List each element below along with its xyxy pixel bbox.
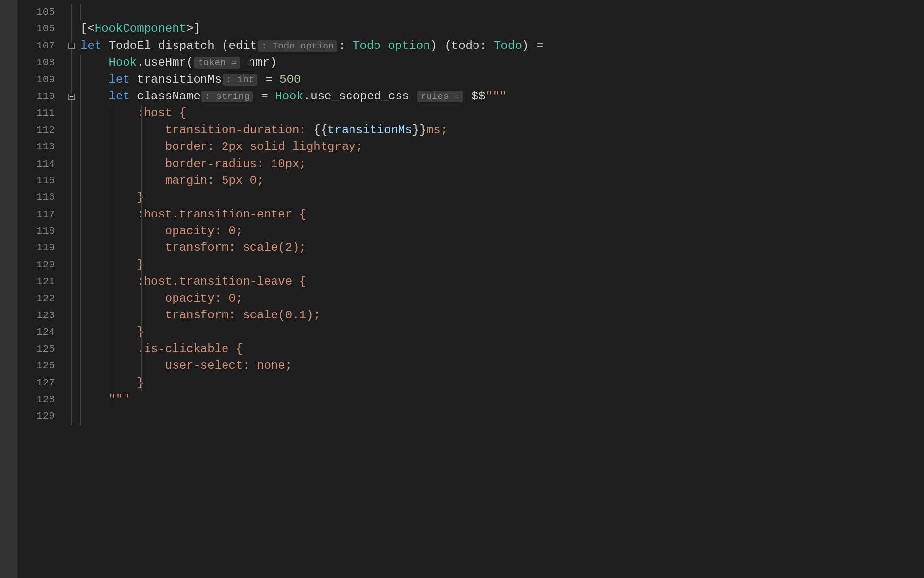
indent-guide	[80, 206, 81, 223]
collapse-icon[interactable]	[68, 43, 75, 49]
line-number: 114	[17, 156, 64, 172]
code-line[interactable]: opacity: 0;	[78, 223, 924, 240]
line-number: 124	[17, 324, 64, 340]
code-token: Todo option	[352, 39, 430, 52]
code-line[interactable]: border: 2px solid lightgray;	[78, 139, 924, 155]
code-token: user-select: none;	[165, 359, 292, 372]
code-token: Todo	[494, 39, 522, 52]
code-line[interactable]: let transitionMs: int = 500	[78, 72, 924, 88]
indent-guide	[141, 223, 142, 240]
line-number: 120	[17, 257, 64, 273]
indent-guide	[141, 206, 142, 223]
code-line[interactable]: }	[78, 189, 924, 206]
code-line[interactable]: transform: scale(0.1);	[78, 307, 924, 324]
code-line[interactable]: let className: string = Hook.use_scoped_…	[78, 88, 924, 105]
code-line[interactable]: :host {	[78, 105, 924, 121]
line-number: 112	[17, 122, 64, 139]
code-line[interactable]: border-radius: 10px;	[78, 156, 924, 172]
line-number: 118	[17, 223, 64, 240]
fold-cell	[64, 257, 78, 273]
fold-cell	[64, 72, 78, 88]
indent-guide	[80, 72, 81, 88]
code-token: :host {	[137, 106, 186, 120]
line-number: 116	[17, 189, 64, 206]
fold-cell	[64, 273, 78, 290]
fold-gutter[interactable]	[64, 0, 78, 578]
code-line[interactable]: }	[78, 375, 924, 391]
breakpoint-margin[interactable]	[0, 0, 17, 578]
indent-guide	[141, 122, 142, 139]
code-line[interactable]: transform: scale(2);	[78, 240, 924, 256]
code-line[interactable]: }	[78, 324, 924, 340]
code-token	[409, 90, 416, 103]
code-token	[130, 73, 137, 86]
fold-cell	[64, 54, 78, 71]
indent-guide	[80, 139, 81, 155]
indent-guide	[111, 189, 111, 206]
fold-cell	[64, 139, 78, 155]
code-token: (	[215, 39, 229, 52]
code-token: Hook	[109, 56, 137, 69]
code-token: let	[80, 39, 101, 52]
code-token: }	[137, 191, 144, 204]
code-line[interactable]: }	[78, 257, 924, 273]
line-number: 126	[17, 358, 64, 374]
line-number: 119	[17, 240, 64, 256]
indent-guide	[111, 257, 111, 273]
code-token: transitionMs	[137, 73, 222, 86]
code-line[interactable]: [<HookComponent>]	[78, 21, 924, 37]
code-line[interactable]: margin: 5px 0;	[78, 172, 924, 189]
indent-guide	[111, 206, 111, 223]
line-number: 106	[17, 21, 64, 37]
fold-cell	[64, 189, 78, 206]
code-line[interactable]	[78, 4, 924, 21]
code-token: className	[137, 90, 200, 103]
indent-guide	[80, 88, 81, 105]
code-token: :host.transition-enter {	[137, 208, 306, 221]
line-number: 113	[17, 139, 64, 155]
code-line[interactable]: user-select: none;	[78, 358, 924, 374]
code-line[interactable]: """	[78, 391, 924, 408]
code-line[interactable]: let TodoEl dispatch (edit: Todo option: …	[78, 38, 924, 54]
indent-guide	[141, 375, 142, 391]
indent-guide	[80, 273, 81, 290]
code-line[interactable]: transition-duration: {{transitionMs}}ms;	[78, 122, 924, 139]
code-line[interactable]	[78, 408, 924, 425]
fold-cell	[64, 307, 78, 324]
code-token: .	[303, 90, 310, 103]
code-line[interactable]: Hook.useHmr(token = hmr)	[78, 54, 924, 71]
code-line[interactable]: :host.transition-enter {	[78, 206, 924, 223]
line-number: 129	[17, 408, 64, 425]
fold-cell	[64, 324, 78, 340]
indent-guide	[141, 189, 142, 206]
fold-cell	[64, 375, 78, 391]
code-token: HookComponent	[95, 22, 186, 35]
code-line[interactable]: .is-clickable {	[78, 341, 924, 358]
code-token: .is-clickable {	[137, 342, 243, 356]
indent-guide	[80, 172, 81, 189]
code-area[interactable]: [<HookComponent>]let TodoEl dispatch (ed…	[78, 0, 924, 578]
code-token: useHmr	[144, 56, 186, 69]
collapse-icon[interactable]	[68, 94, 75, 100]
code-token	[130, 90, 137, 103]
indent-guide	[80, 408, 81, 425]
code-token: :	[479, 39, 494, 52]
code-line[interactable]: opacity: 0;	[78, 290, 924, 307]
line-number-gutter: 1051061071081091101111121131141151161171…	[17, 0, 64, 578]
code-token: hmr	[249, 56, 270, 69]
code-editor[interactable]: 1051061071081091101111121131141151161171…	[0, 0, 924, 578]
indent-guide	[141, 172, 142, 189]
code-line[interactable]: :host.transition-leave {	[78, 273, 924, 290]
code-token: =	[258, 73, 279, 86]
inlay-hint: rules =	[417, 91, 463, 102]
code-token: let	[109, 90, 130, 103]
indent-guide	[141, 257, 142, 273]
fold-cell	[64, 38, 78, 54]
code-token: use_scoped_css	[310, 90, 409, 103]
line-number: 122	[17, 290, 64, 307]
indent-guide	[111, 223, 111, 240]
indent-guide	[111, 273, 111, 290]
line-number: 123	[17, 307, 64, 324]
indent-guide	[80, 307, 81, 324]
fold-cell	[64, 206, 78, 223]
